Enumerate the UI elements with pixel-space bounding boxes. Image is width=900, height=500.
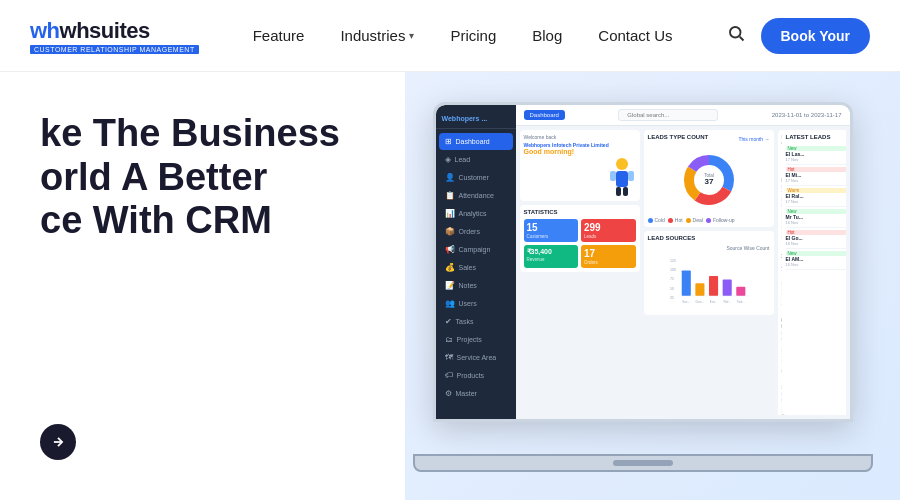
hero-subtext: ll your leads from different portals and…: [40, 340, 340, 406]
svg-point-0: [730, 27, 741, 38]
svg-text:25: 25: [669, 296, 673, 300]
sidebar-item-attendance[interactable]: 📋 Attendance: [439, 187, 513, 204]
latest-lead-item: New El Las... 17 Nov: [786, 144, 846, 165]
laptop-base: [413, 454, 873, 472]
crm-content: Welcome back Webhopers Infotech Private …: [516, 126, 850, 419]
donut-chart: Total 37: [648, 146, 770, 214]
svg-rect-4: [616, 171, 628, 187]
nav-feature[interactable]: Feature: [253, 27, 305, 44]
projects-icon: 🗂: [445, 335, 453, 344]
bar-chart-svg: 125 100 75 50 25: [650, 255, 768, 305]
stat-orders: 17 Orders: [581, 245, 636, 268]
svg-point-3: [616, 158, 628, 170]
sidebar-item-users[interactable]: 👥 Users: [439, 295, 513, 312]
chevron-down-icon: ▾: [409, 30, 414, 41]
lead-sources-card: LEAD SOURCES Source Wise Count 125 100: [644, 231, 774, 315]
sidebar-item-tasks[interactable]: ✔ Tasks: [439, 313, 513, 330]
stat-customers: 15 Customers: [524, 219, 579, 242]
lead-sources-title: LEAD SOURCES: [648, 235, 770, 241]
crm-leads-panel: LEADS TYPE COUNT This month →: [644, 130, 774, 415]
svg-rect-22: [695, 283, 704, 296]
sidebar-item-customer[interactable]: 👤 Customer: [439, 169, 513, 186]
nav-industries[interactable]: Industries ▾: [340, 27, 414, 44]
crm-sidebar: Webhopers ... ⊞ Dashboard ◈ Lead: [436, 105, 516, 419]
svg-rect-26: [722, 280, 731, 296]
hero-section: ke The Business orld A Better ce With CR…: [0, 72, 900, 500]
logo-text: whwhsuites: [30, 18, 199, 44]
sidebar-item-products[interactable]: 🏷 Products: [439, 367, 513, 384]
greeting-text: Good morning!: [524, 148, 636, 155]
svg-text:37: 37: [704, 177, 713, 186]
crm-topbar: Dashboard 2023-11-01 to 2023-11-17: [516, 105, 850, 126]
svg-text:Em...: Em...: [709, 300, 717, 304]
sidebar-item-campaign[interactable]: 📢 Campaign: [439, 241, 513, 258]
analytics-icon: 📊: [445, 209, 455, 218]
leads-type-card: LEADS TYPE COUNT This month →: [644, 130, 774, 227]
hero-left: ke The Business orld A Better ce With CR…: [0, 72, 405, 500]
search-icon[interactable]: [727, 24, 745, 47]
customer-icon: 👤: [445, 173, 455, 182]
svg-line-1: [739, 37, 743, 41]
latest-lead-item: Warm El Ral... 17 Nov: [786, 186, 846, 207]
sidebar-item-service-area[interactable]: 🗺 Service Area: [439, 349, 513, 366]
logo[interactable]: whwhsuites CUSTOMER RELATIONSHIP MANAGEM…: [30, 18, 199, 54]
svg-rect-24: [709, 276, 718, 296]
dashboard-icon: ⊞: [445, 137, 452, 146]
svg-text:Soc...: Soc...: [682, 300, 690, 304]
sidebar-item-orders[interactable]: 📦 Orders: [439, 223, 513, 240]
sidebar-item-projects[interactable]: 🗂 Projects: [439, 331, 513, 348]
latest-lead-item: Hot El Mi... 17 Nov: [786, 165, 846, 186]
tab-dashboard[interactable]: Dashboard: [524, 110, 565, 120]
sales-icon: 💰: [445, 263, 455, 272]
sidebar-item-master[interactable]: ⚙ Master: [439, 385, 513, 402]
users-icon: 👥: [445, 299, 455, 308]
stat-revenue: ₹35,400 Revenue: [524, 245, 579, 268]
service-area-icon: 🗺: [445, 353, 453, 362]
sidebar-item-dashboard[interactable]: ⊞ Dashboard: [439, 133, 513, 150]
main-nav: Feature Industries ▾ Pricing Blog Contac…: [253, 27, 673, 44]
hero-heading: ke The Business orld A Better ce With CR…: [40, 112, 375, 243]
character-illustration: [608, 157, 636, 197]
crm-daterange: 2023-11-01 to 2023-11-17: [772, 112, 842, 118]
sidebar-item-sales[interactable]: 💰 Sales: [439, 259, 513, 276]
crm-right-panel: LEADS TYPE COUNT This month →: [644, 130, 846, 415]
nav-contact[interactable]: Contact Us: [598, 27, 672, 44]
crm-statistics-card: STATISTICS 15 Customers 299: [520, 205, 640, 272]
header-right: Book Your: [727, 18, 871, 54]
book-button[interactable]: Book Your: [761, 18, 871, 54]
crm-search-input[interactable]: [618, 109, 718, 121]
latest-leads-title: LATEST LEADS: [786, 134, 846, 140]
donut-svg: Total 37: [679, 150, 739, 210]
crm-app-logo: Webhopers ...: [442, 115, 510, 122]
svg-rect-20: [681, 270, 690, 295]
svg-text:Goo...: Goo...: [695, 300, 704, 304]
crm-main-area: Dashboard 2023-11-01 to 2023-11-17: [516, 105, 850, 419]
leads-type-period[interactable]: This month →: [738, 136, 769, 142]
sidebar-item-notes[interactable]: 📝 Notes: [439, 277, 513, 294]
crm-app: Webhopers ... ⊞ Dashboard ◈ Lead: [436, 105, 850, 419]
latest-lead-item: New Mr Tu... 16 Nov: [786, 207, 846, 228]
logo-sub: CUSTOMER RELATIONSHIP MANAGEMENT: [30, 45, 199, 54]
donut-legend: Cold Hot: [648, 217, 770, 223]
svg-text:Ref...: Ref...: [723, 300, 731, 304]
products-icon: 🏷: [445, 371, 453, 380]
sidebar-item-analytics[interactable]: 📊 Analytics: [439, 205, 513, 222]
crm-sidebar-header: Webhopers ...: [436, 111, 516, 129]
crm-tab-bar: Dashboard: [524, 110, 565, 120]
svg-rect-28: [736, 287, 745, 296]
laptop-mockup: Webhopers ... ⊞ Dashboard ◈ Lead: [433, 92, 873, 472]
svg-text:100: 100: [669, 268, 675, 272]
svg-text:75: 75: [669, 277, 673, 281]
attendance-icon: 📋: [445, 191, 455, 200]
crm-latest-leads-panel: LATEST LEADS New El Las... 17 Nov Hot: [782, 130, 846, 415]
nav-pricing[interactable]: Pricing: [450, 27, 496, 44]
sidebar-item-lead[interactable]: ◈ Lead: [439, 151, 513, 168]
cta-arrow-button[interactable]: [40, 424, 76, 460]
nav-blog[interactable]: Blog: [532, 27, 562, 44]
bar-chart: 125 100 75 50 25: [648, 253, 770, 311]
latest-lead-item: Hot El Go... 16 Nov: [786, 228, 846, 249]
notes-icon: 📝: [445, 281, 455, 290]
header: whwhsuites CUSTOMER RELATIONSHIP MANAGEM…: [0, 0, 900, 72]
svg-text:50: 50: [669, 287, 673, 291]
orders-icon: 📦: [445, 227, 455, 236]
